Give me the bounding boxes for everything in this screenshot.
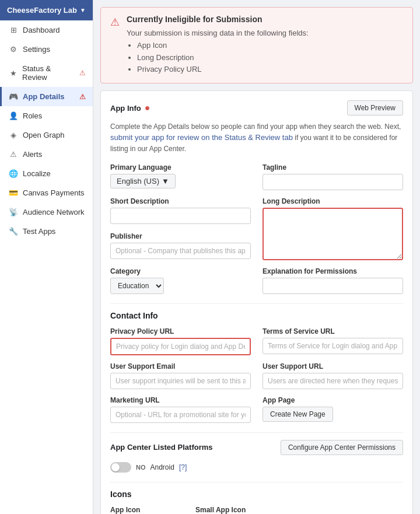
card-header: App Info ● Web Preview [110, 100, 403, 116]
tos-url-input[interactable] [262, 338, 403, 354]
app-page-group: App Page Create New Page [262, 396, 403, 423]
android-toggle-row: NO Android [?] [110, 462, 403, 473]
primary-language-group: Primary Language English (US) ▼ [110, 163, 251, 190]
app-name-label: CheeseFactory Lab [7, 6, 77, 15]
small-icon-item: Small App Icon 16 x 16 Optional [195, 506, 254, 514]
tagline-input[interactable] [262, 174, 403, 190]
test-apps-icon: 🔧 [9, 227, 18, 236]
sidebar-item-alerts[interactable]: ⚠ Alerts [0, 145, 93, 164]
dropdown-arrow-icon: ▼ [80, 7, 86, 13]
small-icon-label: Small App Icon [195, 506, 254, 514]
sidebar-label: Audience Network [23, 208, 85, 216]
alert-body: Your submission is missing data in the f… [127, 27, 309, 76]
card-description: Complete the App Details below so people… [110, 121, 403, 154]
sidebar-item-settings[interactable]: ⚙ Settings [0, 40, 93, 59]
icons-section-header: Icons [110, 482, 403, 499]
user-support-url-group: User Support URL [262, 362, 403, 389]
user-support-email-input[interactable] [110, 373, 251, 389]
long-desc-group: Long Description [262, 197, 403, 260]
alert-title: Currently Ineligible for Submission [127, 15, 309, 24]
privacy-url-input[interactable] [110, 338, 251, 355]
alert-item: Privacy Policy URL [137, 64, 309, 76]
sidebar-item-open-graph[interactable]: ◈ Open Graph [0, 125, 93, 145]
main-content: ⚠ Currently Ineligible for Submission Yo… [93, 0, 420, 514]
tagline-label: Tagline [262, 163, 403, 172]
sidebar-item-audience-network[interactable]: 📡 Audience Network [0, 202, 93, 222]
icons-grid: App Icon 1024 x 1024 Small App Ico [110, 506, 403, 514]
configure-permissions-button[interactable]: Configure App Center Permissions [281, 440, 403, 455]
explanation-label: Explanation for Permissions [262, 267, 403, 275]
alert-icon: ⚠ [110, 16, 120, 76]
sidebar-item-app-details[interactable]: 🎮 App Details ⚠ [0, 87, 93, 106]
short-desc-group: Short Description [110, 197, 251, 225]
sidebar-item-localize[interactable]: 🌐 Localize [0, 164, 93, 183]
long-desc-textarea[interactable] [262, 208, 403, 260]
sidebar-label: Test Apps [23, 227, 55, 236]
android-label: Android [150, 463, 174, 471]
android-toggle[interactable] [110, 462, 131, 473]
user-support-url-label: User Support URL [262, 362, 403, 370]
localize-icon: 🌐 [9, 169, 18, 178]
platforms-title: App Center Listed Platforms [110, 443, 213, 452]
sidebar: CheeseFactory Lab ▼ ⊞ Dashboard ⚙ Settin… [0, 0, 93, 514]
android-help-link[interactable]: [?] [179, 463, 187, 471]
dropdown-arrow-icon: ▼ [162, 177, 169, 186]
app-page-label: App Page [262, 396, 403, 404]
tagline-group: Tagline [262, 163, 403, 190]
required-dot: ● [145, 103, 150, 113]
toggle-knob [111, 463, 120, 471]
canvas-payments-icon: 💳 [9, 188, 18, 197]
app-icon-item: App Icon 1024 x 1024 [110, 506, 186, 514]
category-group: Category Education [110, 267, 251, 294]
sidebar-header[interactable]: CheeseFactory Lab ▼ [0, 0, 93, 20]
dashboard-icon: ⊞ [9, 26, 18, 34]
open-graph-icon: ◈ [9, 131, 18, 139]
alert-item: App Icon [137, 40, 309, 52]
warning-badge: ⚠ [79, 93, 86, 101]
user-support-email-label: User Support Email [110, 362, 251, 370]
submit-app-link[interactable]: submit your app for review on the Status… [110, 133, 293, 142]
alerts-icon: ⚠ [9, 150, 18, 159]
explanation-input[interactable] [262, 278, 403, 294]
sidebar-label: Status & Review [22, 64, 75, 82]
sidebar-label: Alerts [23, 150, 42, 159]
create-new-page-button[interactable]: Create New Page [262, 407, 333, 422]
user-support-url-input[interactable] [262, 373, 403, 389]
short-desc-label: Short Description [110, 197, 251, 205]
form-grid: Primary Language English (US) ▼ Tagline … [110, 163, 403, 294]
category-label: Category [110, 267, 251, 275]
card-title: App Info ● [110, 103, 150, 113]
platforms-section-header: App Center Listed Platforms Configure Ap… [110, 432, 403, 455]
sidebar-item-status-review[interactable]: ★ Status & Review ⚠ [0, 59, 93, 87]
sidebar-label: Dashboard [23, 26, 60, 34]
sidebar-item-canvas-payments[interactable]: 💳 Canvas Payments [0, 183, 93, 202]
sidebar-item-roles[interactable]: 👤 Roles [0, 106, 93, 125]
short-desc-input[interactable] [110, 208, 251, 224]
explanation-group: Explanation for Permissions [262, 267, 403, 294]
long-desc-label: Long Description [262, 197, 403, 205]
sidebar-item-test-apps[interactable]: 🔧 Test Apps [0, 222, 93, 241]
tos-url-label: Terms of Service URL [262, 327, 403, 335]
star-icon: ★ [9, 69, 18, 78]
sidebar-label: Settings [23, 45, 50, 54]
primary-language-label: Primary Language [110, 163, 251, 172]
sidebar-item-dashboard[interactable]: ⊞ Dashboard [0, 20, 93, 40]
toggle-no-label: NO [136, 464, 146, 471]
settings-icon: ⚙ [9, 45, 18, 54]
alert-banner: ⚠ Currently Ineligible for Submission Yo… [100, 7, 413, 83]
marketing-url-input[interactable] [110, 407, 251, 423]
user-support-email-group: User Support Email [110, 362, 251, 389]
warning-badge: ⚠ [79, 69, 86, 77]
publisher-label: Publisher [110, 232, 251, 240]
publisher-input[interactable] [110, 243, 251, 259]
category-select[interactable]: Education [110, 278, 164, 294]
primary-language-button[interactable]: English (US) ▼ [110, 174, 176, 188]
app-details-icon: 🎮 [9, 92, 18, 101]
marketing-url-label: Marketing URL [110, 396, 251, 404]
web-preview-button[interactable]: Web Preview [347, 100, 403, 116]
alert-item: Long Description [137, 52, 309, 64]
audience-network-icon: 📡 [9, 208, 18, 216]
app-icon-label: App Icon [110, 506, 186, 514]
privacy-url-group: Privacy Policy URL [110, 327, 251, 355]
privacy-url-label: Privacy Policy URL [110, 327, 251, 335]
